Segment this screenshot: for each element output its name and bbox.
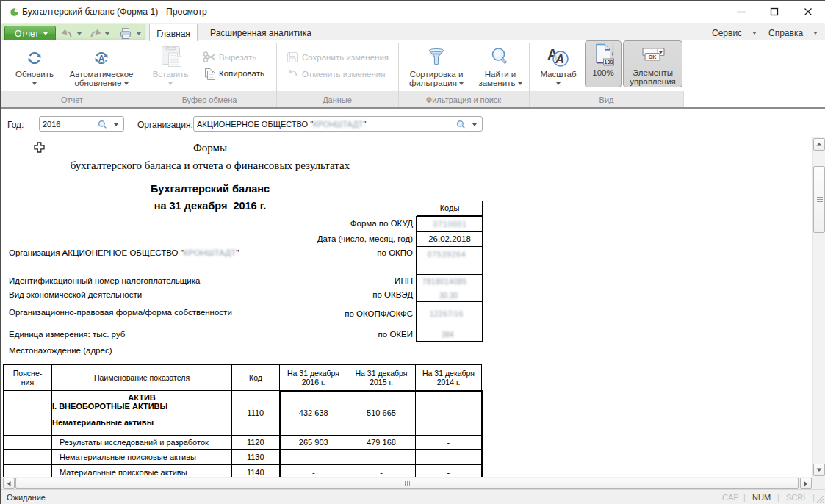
svg-text:A: A [98, 54, 105, 64]
svg-text:100: 100 [604, 59, 613, 65]
svg-text:A: A [555, 52, 564, 66]
svg-text:OK: OK [649, 54, 657, 60]
